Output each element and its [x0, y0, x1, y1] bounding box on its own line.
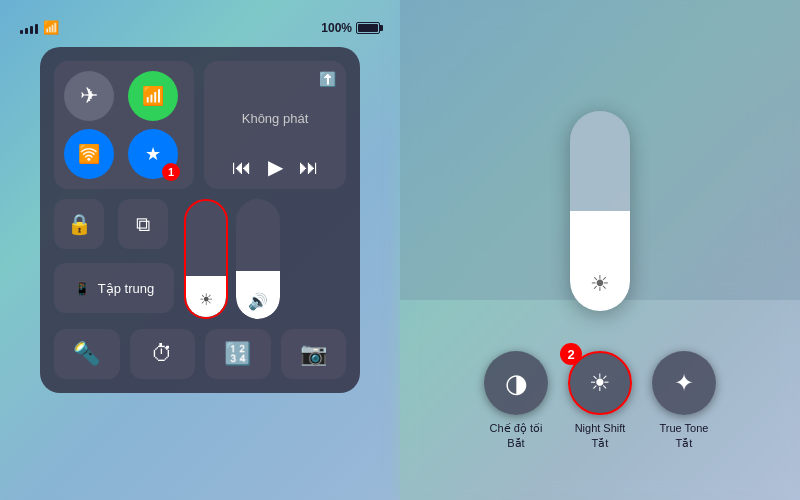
che-do-toi-container: ◑ Chế độ tối Bắt: [484, 351, 548, 450]
battery-fill: [358, 24, 378, 32]
true-tone-container: ✦ True Tone Tắt: [652, 351, 716, 450]
wifi-status-icon: 📶: [43, 20, 59, 35]
calculator-icon: 🔢: [224, 341, 251, 367]
right-content: ☀ ◑ Chế độ tối Bắt 2 ☀: [400, 111, 800, 450]
brightness-icon: ☀: [199, 290, 213, 309]
flashlight-button[interactable]: 🔦: [54, 329, 120, 379]
camera-icon: 📷: [300, 341, 327, 367]
cc-connectivity: ✈ 📶 🛜 ★ 1: [54, 61, 194, 189]
cellular-button[interactable]: 🛜: [64, 129, 114, 179]
dark-mode-button[interactable]: ◑: [484, 351, 548, 415]
prev-button[interactable]: ⏮: [232, 156, 252, 179]
bottom-buttons: ◑ Chế độ tối Bắt 2 ☀ Night Shift Tắt: [400, 351, 800, 450]
lock-rotation-button[interactable]: 🔒: [54, 199, 104, 249]
lock-rotation-icon: 🔒: [67, 212, 92, 236]
calculator-button[interactable]: 🔢: [205, 329, 271, 379]
cc-bottom-row: 🔦 ⏱ 🔢 📷: [54, 329, 346, 379]
bluetooth-button[interactable]: ★ 1: [128, 129, 178, 179]
brightness-slider[interactable]: ☀: [184, 199, 228, 319]
airplane-icon: ✈: [80, 83, 98, 109]
right-brightness-slider[interactable]: ☀: [570, 111, 630, 311]
cc-left-controls: 🔒 ⧉ 📱 Tập trung: [54, 199, 174, 319]
cc-media-player: ⬆️ Không phát ⏮ ▶ ⏭: [204, 61, 346, 189]
battery-icon: [356, 22, 380, 34]
focus-icon: 📱: [74, 281, 90, 296]
screen-mirror-button[interactable]: ⧉: [118, 199, 168, 249]
night-shift-label: Night Shift Tắt: [575, 421, 626, 450]
wifi-icon: 📶: [142, 85, 164, 107]
wifi-button[interactable]: 📶: [128, 71, 178, 121]
focus-label: Tập trung: [98, 281, 154, 296]
status-bar: 📶 100%: [16, 20, 384, 35]
bluetooth-icon: ★: [145, 143, 161, 165]
signal-bar-3: [30, 26, 33, 34]
control-center: ✈ 📶 🛜 ★ 1 ⬆️ Không phát: [40, 47, 360, 393]
signal-bar-2: [25, 28, 28, 34]
true-tone-button[interactable]: ✦: [652, 351, 716, 415]
signal-bar-1: [20, 30, 23, 34]
dark-mode-label: Chế độ tối Bắt: [490, 421, 543, 450]
battery-container: 100%: [321, 21, 380, 35]
next-button[interactable]: ⏭: [299, 156, 319, 179]
right-panel: ☀ ◑ Chế độ tối Bắt 2 ☀: [400, 0, 800, 500]
airplay-icon[interactable]: ⬆️: [319, 71, 336, 87]
dark-mode-icon: ◑: [505, 368, 528, 399]
night-shift-container: 2 ☀ Night Shift Tắt: [568, 351, 632, 450]
battery-text: 100%: [321, 21, 352, 35]
status-left: 📶: [20, 20, 59, 35]
timer-button[interactable]: ⏱: [130, 329, 196, 379]
timer-icon: ⏱: [151, 341, 173, 367]
cc-sliders: ☀ 🔊: [184, 199, 280, 319]
media-title: Không phát: [242, 111, 309, 126]
airplane-mode-button[interactable]: ✈: [64, 71, 114, 121]
left-panel: 📶 100% ✈ 📶 🛜: [0, 0, 400, 500]
screen-mirror-icon: ⧉: [136, 213, 150, 236]
camera-button[interactable]: 📷: [281, 329, 347, 379]
volume-slider[interactable]: 🔊: [236, 199, 280, 319]
night-shift-wrapper: 2 ☀: [568, 351, 632, 415]
true-tone-icon: ✦: [674, 369, 694, 397]
true-tone-label: True Tone Tắt: [660, 421, 709, 450]
cellular-icon: 🛜: [78, 143, 100, 165]
flashlight-icon: 🔦: [73, 341, 100, 367]
cc-middle-row: 🔒 ⧉ 📱 Tập trung ☀: [54, 199, 346, 319]
brightness-slider-icon: ☀: [590, 271, 610, 297]
focus-button[interactable]: 📱 Tập trung: [54, 263, 174, 313]
signal-bar-4: [35, 24, 38, 34]
night-shift-icon: ☀: [589, 369, 611, 397]
media-controls: ⏮ ▶ ⏭: [232, 155, 319, 179]
signal-bars: [20, 22, 38, 34]
step1-badge: 1: [162, 163, 180, 181]
play-button[interactable]: ▶: [268, 155, 283, 179]
volume-icon: 🔊: [248, 292, 268, 311]
cc-top-row: ✈ 📶 🛜 ★ 1 ⬆️ Không phát: [54, 61, 346, 189]
